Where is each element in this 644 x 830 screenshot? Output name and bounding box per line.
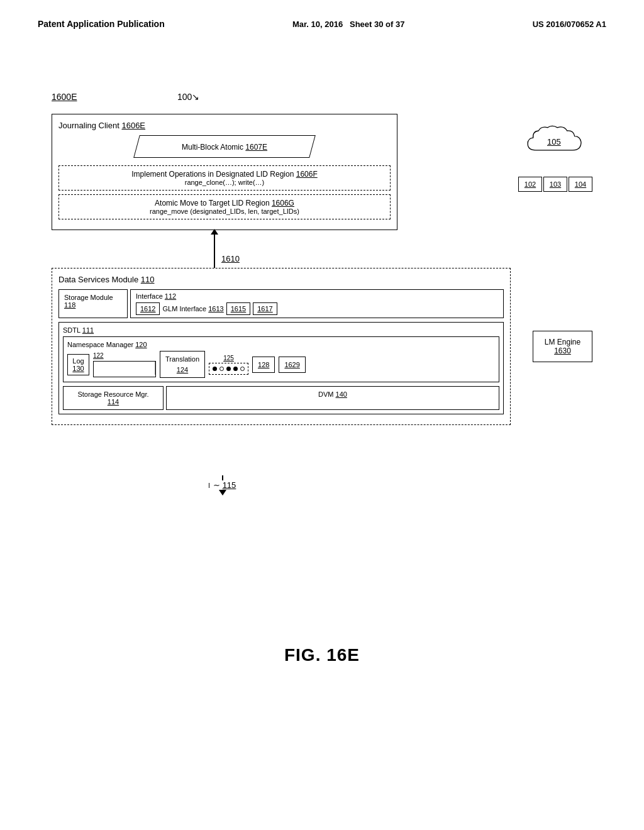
dot-1: [213, 367, 217, 371]
box-1629: 1629: [279, 357, 305, 373]
box-125-label: 125: [209, 355, 248, 362]
ds-bottom-row: Storage Resource Mgr. 114 DVM 140: [63, 386, 499, 410]
arrow-115: ∼ 115: [209, 475, 236, 495]
box-122: [93, 361, 156, 377]
box-125-container: 125: [209, 355, 248, 375]
page-header: Patent Application Publication Mar. 10, …: [38, 13, 606, 42]
small-boxes-group: 102 103 104: [518, 177, 592, 192]
interface-inner-row: 1612 GLM Interface 1613 1615 1617: [136, 302, 498, 315]
translation-box: Translation 124: [160, 351, 205, 378]
ds-title: Data Services Module 110: [58, 275, 504, 284]
dot-3: [226, 367, 231, 371]
glm-label: GLM Interface 1613: [162, 305, 223, 313]
box-122-container: 122: [93, 361, 156, 377]
log-box: Log 130: [67, 354, 89, 375]
journaling-title: Journaling Client 1606E: [58, 121, 391, 130]
dvm-box: DVM 140: [166, 386, 499, 410]
dot-2: [219, 367, 224, 371]
dots-container: [209, 363, 248, 375]
header-left: Patent Application Publication: [38, 19, 165, 29]
cloud-label: 105: [547, 137, 561, 147]
header-center: Mar. 10, 2016 Sheet 30 of 37: [292, 19, 405, 29]
label-1600e: 1600E: [52, 92, 77, 102]
multiblock-parallelogram: Multi-Block Atomic 1607E: [130, 135, 319, 159]
interface-box: Interface 112 1612 GLM Interface 1613 16…: [130, 289, 504, 318]
cloud-105: 105: [523, 123, 592, 167]
storage-module-box: Storage Module 118: [58, 289, 128, 318]
label-115-text: ∼ 115: [213, 480, 236, 490]
header-right: US 2016/070652 A1: [533, 19, 606, 29]
ns-inner-row: Log 130 122: [67, 351, 495, 378]
ns-title: Namespace Manager 120: [67, 341, 495, 348]
atomic-move-box: Atomic Move to Target LID Region 1606G r…: [58, 194, 391, 219]
box-1612: 1612: [136, 302, 160, 315]
box-1617: 1617: [253, 302, 277, 315]
dot-4: [233, 367, 238, 371]
implement-ops-box: Implement Operations in Designated LID R…: [58, 165, 391, 191]
ds-top-row: Storage Module 118 Interface 112 1612 GL…: [58, 289, 504, 318]
box-128: 128: [252, 357, 275, 373]
box-102: 102: [518, 177, 542, 192]
interface-title: Interface 112: [136, 292, 498, 300]
sdtl-title: SDTL 111: [63, 326, 499, 334]
box-122-label: 122: [93, 352, 104, 359]
box-1615: 1615: [226, 302, 250, 315]
label-1610: 1610: [221, 254, 240, 263]
page: Patent Application Publication Mar. 10, …: [0, 0, 644, 830]
data-services-box: Data Services Module 110 Storage Module …: [52, 268, 511, 425]
storage-module-label: Storage Module: [64, 294, 122, 301]
journaling-client-box: Journaling Client 1606E Multi-Block Atom…: [52, 114, 397, 230]
lm-engine-box: LM Engine 1630: [533, 331, 592, 362]
ns-box: Namespace Manager 120 Log 130 122: [63, 336, 499, 382]
storage-module-id: 118: [64, 301, 122, 309]
box-104: 104: [569, 177, 592, 192]
fig-label: FIG. 16E: [38, 645, 606, 665]
connector-arrow-1610: [211, 229, 218, 269]
diagram-area: 1600E 100↘ Journaling Client 1606E Multi…: [52, 92, 592, 582]
sdtl-box: SDTL 111 Namespace Manager 120 Log 130: [58, 322, 504, 414]
srm-box: Storage Resource Mgr. 114: [63, 386, 164, 410]
dot-5: [240, 367, 245, 371]
box-103: 103: [543, 177, 567, 192]
label-100: 100↘: [177, 92, 199, 102]
